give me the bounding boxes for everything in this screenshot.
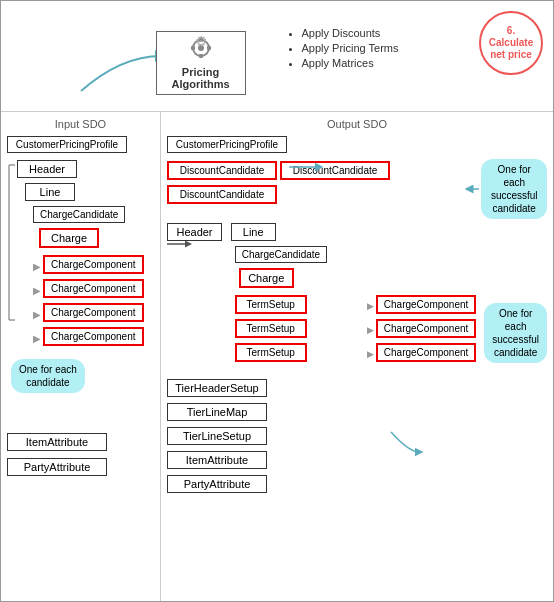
output-termsetup-list: TermSetup TermSetup TermSetup <box>235 295 361 367</box>
output-callout-top: One for eachsuccessfulcandidate <box>481 159 547 219</box>
output-sdo-column: Output SDO CustomerPricingProfile Discou… <box>161 112 553 601</box>
input-callout-container: One for eachcandidate <box>11 359 154 393</box>
input-sdo-title: Input SDO <box>7 118 154 130</box>
input-cc-row-4: ▶ ChargeComponent <box>33 327 154 349</box>
dc-arrow-svg <box>464 169 481 209</box>
output-callout-bottom: One for eachsuccessfulcandidate <box>484 303 547 363</box>
output-ts-1: TermSetup <box>235 295 307 314</box>
input-cpp-box: CustomerPricingProfile <box>7 136 127 153</box>
main-container: ⚙ PricingAlgorithms Apply Discounts Appl… <box>0 0 554 602</box>
input-cc-box-2: ChargeComponent <box>43 279 144 298</box>
input-cc-box-4: ChargeComponent <box>43 327 144 346</box>
header-line-arrow-svg <box>167 236 192 252</box>
output-itemattr-box: ItemAttribute <box>167 451 267 469</box>
input-cc-box-3: ChargeComponent <box>43 303 144 322</box>
output-cc-1: ChargeComponent <box>376 295 477 314</box>
output-line-container: Line ChargeCandidate Charge TermSetup Te… <box>231 223 477 367</box>
input-header-box: Header <box>17 160 77 178</box>
svg-rect-7 <box>207 46 211 50</box>
output-termsetup-cc-row: TermSetup TermSetup TermSetup ▶ ChargeCo… <box>235 295 477 367</box>
input-charge-box: Charge <box>39 228 99 248</box>
input-partyattr-box: PartyAttribute <box>7 458 107 476</box>
bullet-2: Apply Pricing Terms <box>302 42 399 54</box>
bullet-1: Apply Discounts <box>302 27 399 39</box>
output-callout-bottom-container: One for eachsuccessfulcandidate <box>484 303 547 363</box>
input-sdo-column: Input SDO CustomerPricingProfile Header … <box>1 112 161 601</box>
input-cc-row-2: ▶ ChargeComponent <box>33 279 154 301</box>
arrow-icon-1: ▶ <box>33 261 41 272</box>
pricing-icon: ⚙ <box>183 36 219 66</box>
bullet-3: Apply Matrices <box>302 57 399 69</box>
output-partyattr-box: PartyAttribute <box>167 475 267 493</box>
pricing-label: PricingAlgorithms <box>171 66 229 90</box>
output-cc-list: ▶ ChargeComponent ▶ ChargeComponent ▶ Ch… <box>367 295 477 367</box>
output-cc-3: ChargeComponent <box>376 343 477 362</box>
out-cc-arrow-2: ▶ <box>367 325 374 335</box>
output-sdo-title: Output SDO <box>167 118 547 130</box>
out-cc-arrow-1: ▶ <box>367 301 374 311</box>
input-cpp-row: CustomerPricingProfile <box>7 136 154 156</box>
svg-text:⚙: ⚙ <box>194 36 207 49</box>
input-header-row: Header Line ChargeCandidate Charge ▶ <box>7 160 154 349</box>
output-tierlinesetup-box: TierLineSetup <box>167 427 267 445</box>
calc-badge: 6. Calculate net price <box>479 11 543 75</box>
output-header-line-section: Header Line ChargeCa <box>167 223 547 367</box>
output-ts-2: TermSetup <box>235 319 307 338</box>
input-line-box: Line <box>25 183 75 201</box>
input-bottom-nodes: ItemAttribute PartyAttribute <box>7 433 154 479</box>
output-dc-box-3: DiscountCandidate <box>167 185 277 204</box>
columns-section: Input SDO CustomerPricingProfile Header … <box>1 111 553 601</box>
top-arrows-svg <box>1 1 554 111</box>
out-cc-arrow-3: ▶ <box>367 349 374 359</box>
output-dc-list: DiscountCandidate DiscountCandidate Disc… <box>167 159 458 207</box>
output-dc-section: DiscountCandidate DiscountCandidate Disc… <box>167 159 547 219</box>
input-callout: One for eachcandidate <box>11 359 85 393</box>
output-header-container: Header <box>167 223 227 262</box>
top-section: ⚙ PricingAlgorithms Apply Discounts Appl… <box>1 1 553 111</box>
output-charge-box: Charge <box>239 268 294 288</box>
output-tierhdr-box: TierHeaderSetup <box>167 379 267 397</box>
output-chargecandidate-box: ChargeCandidate <box>235 246 327 263</box>
output-ts-3: TermSetup <box>235 343 307 362</box>
arrow-icon-4: ▶ <box>33 333 41 344</box>
svg-rect-5 <box>199 54 203 58</box>
output-tierline-box: TierLineMap <box>167 403 267 421</box>
input-cc-row-1: ▶ ChargeComponent <box>33 255 154 277</box>
output-dc-box-2: DiscountCandidate <box>280 161 390 180</box>
input-bracket-svg <box>3 160 17 325</box>
pricing-algorithms-box: ⚙ PricingAlgorithms <box>156 21 246 95</box>
input-cc-row-3: ▶ ChargeComponent <box>33 303 154 325</box>
arrow-icon-3: ▶ <box>33 309 41 320</box>
input-itemattr-box: ItemAttribute <box>7 433 107 451</box>
output-cpp-row: CustomerPricingProfile <box>167 136 547 156</box>
output-line-box: Line <box>231 223 276 241</box>
pricing-box: ⚙ PricingAlgorithms <box>156 31 246 95</box>
output-dc-box-1: DiscountCandidate <box>167 161 277 180</box>
output-cc-2: ChargeComponent <box>376 319 477 338</box>
input-cc-box-1: ChargeComponent <box>43 255 144 274</box>
arrow-icon-2: ▶ <box>33 285 41 296</box>
input-chargecandidate-box: ChargeCandidate <box>33 206 125 223</box>
output-bottom-nodes: TierHeaderSetup TierLineMap TierLineSetu… <box>167 379 547 496</box>
output-cpp-box: CustomerPricingProfile <box>167 136 287 153</box>
bullet-list: Apply Discounts Apply Pricing Terms Appl… <box>286 27 399 72</box>
output-dc-callout-section: One for eachsuccessfulcandidate <box>464 159 547 219</box>
